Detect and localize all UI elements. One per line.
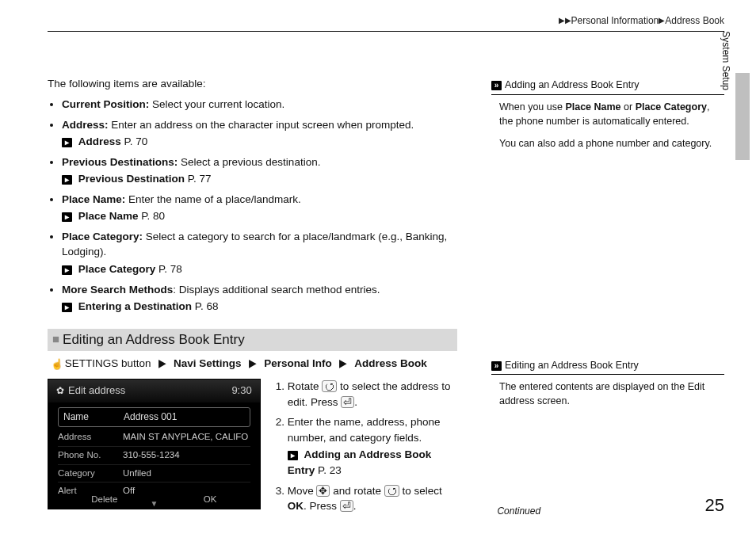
square-bullet-icon: ■	[52, 332, 59, 345]
press-enter-icon: ⏎	[341, 396, 354, 408]
play-icon: ▶	[339, 356, 347, 372]
side-note-heading: »Adding an Address Book Entry	[491, 78, 724, 92]
device-name-row: Name Address 001	[58, 407, 250, 427]
reference-link-icon: ▸	[62, 212, 72, 222]
reference-link-icon: ▸	[288, 451, 298, 460]
gear-icon: ✿	[56, 385, 64, 396]
cross-reference: ▸ Address P. 70	[62, 134, 460, 150]
device-phone-row: Phone No. 310-555-1234	[58, 447, 250, 465]
reference-link-icon: ▸	[62, 138, 72, 147]
note-link-icon: »	[491, 81, 502, 90]
settings-button-icon: ☝	[51, 357, 62, 372]
list-item: Place Category: Select a category to sea…	[62, 229, 460, 277]
list-item: Address: Enter an address on the charact…	[62, 117, 460, 150]
reference-link-icon: ▸	[62, 303, 72, 312]
page-number: 25	[705, 493, 724, 518]
reference-link-icon: ▸	[62, 265, 72, 275]
reference-link-icon: ▸	[62, 175, 72, 185]
note-link-icon: »	[491, 361, 502, 371]
cross-reference: ▸ Previous Destination P. 77	[62, 171, 460, 187]
intro-text: The following items are available:	[48, 76, 460, 92]
header-divider	[48, 31, 724, 32]
play-icon: ▶	[249, 356, 257, 372]
section-tab-marker	[735, 73, 750, 160]
rotate-dial-icon: ⭯	[322, 380, 337, 392]
play-icon: ▶	[158, 356, 166, 372]
cross-reference: ▸ Place Name P. 80	[62, 208, 460, 224]
device-screenshot: ✿Edit address 9:30 Name Address 001 Addr…	[48, 379, 261, 509]
cross-reference: ▸ Place Category P. 78	[62, 261, 460, 277]
navigation-path: ☝ SETTINGS button ▶ Navi Settings ▶ Pers…	[51, 356, 460, 372]
device-clock: 9:30	[231, 383, 251, 399]
cross-reference: ▸ Entering a Destination P. 68	[62, 299, 460, 315]
continued-label: Continued	[497, 505, 540, 518]
list-item: Current Position: Select your current lo…	[62, 97, 460, 113]
side-note-body: When you use Place Name or Place Categor…	[491, 94, 724, 151]
device-category-row: Category Unfiled	[58, 465, 250, 483]
available-items-list: Current Position: Select your current lo…	[48, 97, 460, 315]
device-address-row: Address MAIN ST ANYPLACE, CALIFO	[58, 429, 250, 447]
list-item: More Search Methods: Displays additional…	[62, 282, 460, 315]
chevron-right-icon: ▶▶	[559, 16, 571, 25]
breadcrumb: ▶▶Personal Information▶Address Book	[48, 14, 724, 28]
list-item: Previous Destinations: Select a previous…	[62, 154, 460, 187]
step-2: Enter the name, address, phone number, a…	[288, 414, 460, 478]
section-heading: ■Editing an Address Book Entry	[48, 329, 457, 352]
step-1: Rotate ⭯ to select the address to edit. …	[288, 379, 460, 410]
list-item: Place Name: Enter the name of a place/la…	[62, 192, 460, 224]
side-note-body: The entered contents are displayed on th…	[491, 374, 724, 408]
side-note-heading: »Editing an Address Book Entry	[491, 358, 724, 372]
device-title: Edit address	[68, 384, 125, 396]
